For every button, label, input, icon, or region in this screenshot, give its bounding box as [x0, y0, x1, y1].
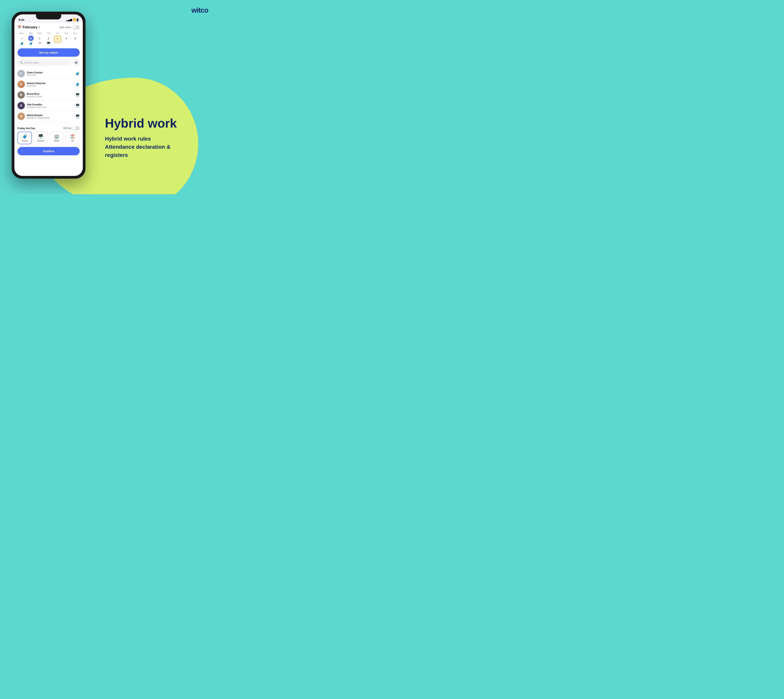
filter-icon: ⚙ — [75, 61, 78, 65]
half-day-label: Half day — [63, 127, 71, 129]
multi-select-toggle[interactable] — [73, 25, 80, 29]
cal-date-4[interactable]: 4 — [62, 36, 71, 45]
search-container: 🔍 Search users ⚙ — [18, 59, 80, 66]
filter-button[interactable]: ⚙ — [73, 59, 80, 66]
day-label-fri: Fri — [53, 32, 62, 34]
multi-select-control: Multi select — [60, 25, 80, 29]
phone-device: 9:41 ▂▄▆ 📶 ▓ 📅 February ▾ Mu — [12, 12, 85, 179]
phone-notch — [36, 14, 61, 20]
offsite-label: Offsite — [54, 140, 60, 142]
status-option-onsite[interactable]: 🧳 Onsite — [18, 132, 32, 144]
status-option-off[interactable]: 🏖️ Off — [65, 132, 80, 144]
cal-date-1[interactable]: 1 🎌 — [35, 36, 44, 45]
off-label: Off — [71, 140, 74, 142]
half-day-row: Half day — [63, 126, 80, 130]
user-location: Desk #29 — [27, 84, 75, 87]
status-time: 9:41 — [19, 18, 25, 22]
day-label-sun: Sun — [71, 32, 80, 34]
cal-status-31: 🧳 — [29, 41, 33, 45]
search-box[interactable]: 🔍 Search users — [18, 60, 71, 66]
offsite-icon: 🏢 — [54, 134, 59, 139]
phone-wrapper: 9:41 ▂▄▆ 📶 ▓ 📅 February ▾ Mu — [12, 12, 85, 179]
friday-row: Friday 3rd Feb. Half day — [18, 124, 80, 132]
day-label-thu: Thu — [44, 32, 53, 34]
battery-icon: ▓ — [77, 18, 78, 21]
calendar-icon: 📅 — [18, 25, 22, 29]
list-item[interactable]: O Olivia Bowen Remote in Johanesburg 🖥️ — [18, 111, 80, 122]
status-options: 🧳 Onsite 🖥️ Remote 🏢 Offsite 🏖️ Off — [18, 132, 80, 144]
month-selector[interactable]: 📅 February ▾ — [18, 25, 40, 29]
list-item[interactable]: C Chen Conner Desk #28 🧳 — [18, 68, 80, 79]
user-name: Chen Conner — [27, 71, 75, 74]
user-info-olivia: Olivia Bowen Remote in Johanesburg — [27, 114, 75, 119]
avatar-olivia: O — [18, 113, 25, 120]
cal-date-3[interactable]: ? — [53, 36, 62, 45]
half-day-toggle[interactable] — [73, 126, 80, 130]
user-status-icon: 🖥️ — [75, 114, 80, 118]
calendar-day-labels: Mon Tue Wed Thu Fri Sat Sun — [18, 32, 80, 34]
cal-date-30[interactable]: 30 🧳 — [18, 36, 27, 45]
day-label-sat: Sat — [62, 32, 71, 34]
cal-question-box: ? — [54, 36, 61, 43]
toggle-knob — [73, 26, 76, 29]
avatar-alta: A — [18, 102, 25, 109]
onsite-icon: 🧳 — [22, 134, 27, 139]
status-option-remote[interactable]: 🖥️ Remote — [33, 132, 48, 144]
user-location: Remote in Johanesburg — [27, 117, 75, 119]
search-input[interactable]: Search users — [24, 61, 39, 64]
cal-status-30: 🧳 — [20, 41, 24, 45]
user-location: Remote in New York — [27, 106, 75, 108]
month-label: February — [23, 25, 38, 29]
main-title: Hybrid work — [105, 116, 206, 130]
avatar-brent: B — [18, 91, 25, 99]
user-status-icon: 🧳 — [75, 71, 80, 76]
status-option-offsite[interactable]: 🏢 Offsite — [49, 132, 64, 144]
day-label-tue: Tue — [27, 32, 35, 34]
marketing-content: Hybrid work Hybrid work rules Attendance… — [105, 116, 206, 159]
half-day-toggle-knob — [73, 127, 76, 130]
search-icon: 🔍 — [20, 61, 23, 64]
user-status-icon: 🖥️ — [75, 103, 80, 108]
avatar-chen: C — [18, 70, 25, 77]
chevron-down-icon: ▾ — [39, 26, 40, 29]
list-item[interactable]: D Daniel Osborne Desk #29 🧳 — [18, 79, 80, 90]
phone-screen: 9:41 ▂▄▆ 📶 ▓ 📅 February ▾ Mu — [14, 14, 83, 176]
remote-label: Remote — [37, 140, 44, 142]
onsite-label: Onsite — [22, 140, 28, 142]
cal-status-1: 🎌 — [38, 41, 42, 45]
calendar-header-row: 📅 February ▾ Multi select — [18, 25, 80, 29]
remote-icon: 🖥️ — [38, 134, 43, 139]
user-name: Olivia Bowen — [27, 114, 75, 117]
day-label-wed: Wed — [35, 32, 44, 34]
user-name: Brent Rice — [27, 93, 75, 95]
list-item[interactable]: A Alta Franklin Remote in New York 🖥️ — [18, 100, 80, 111]
friday-label: Friday 3rd Feb. — [18, 127, 36, 130]
avatar-daniel: D — [18, 81, 25, 88]
user-name: Daniel Osborne — [27, 82, 75, 84]
confirm-button[interactable]: Confirm — [18, 147, 80, 155]
subtitle: Hybrid work rules Attendance declaration… — [105, 135, 206, 159]
signal-icon: ▂▄▆ — [66, 18, 72, 21]
user-name: Alta Franklin — [27, 103, 75, 106]
screen-content: 📅 February ▾ Multi select Mon Tue — [14, 23, 83, 176]
off-icon: 🏖️ — [70, 134, 75, 139]
cal-date-5[interactable]: 5 — [71, 36, 80, 45]
calendar-dates-row: 30 🧳 31 🧳 1 🎌 2 — [18, 36, 80, 45]
status-icons: ▂▄▆ 📶 ▓ — [66, 18, 78, 21]
user-list: C Chen Conner Desk #28 🧳 D Daniel Osborn… — [18, 68, 80, 122]
cal-date-31[interactable]: 31 🧳 — [27, 36, 35, 45]
cal-status-2: 🖥️ — [47, 41, 50, 45]
multi-select-label: Multi select — [60, 26, 71, 29]
day-label-mon: Mon — [18, 32, 27, 34]
list-item[interactable]: B Brent Rice Remote in Paris 🖥️ — [18, 90, 80, 100]
user-info-daniel: Daniel Osborne Desk #29 — [27, 82, 75, 87]
set-status-button[interactable]: Set my status — [18, 48, 80, 57]
witco-logo: witco — [191, 6, 208, 14]
user-status-icon: 🧳 — [75, 82, 80, 86]
user-info-chen: Chen Conner Desk #28 — [27, 71, 75, 76]
cal-date-2[interactable]: 2 🖥️ — [44, 36, 53, 45]
user-location: Remote in Paris — [27, 95, 75, 98]
user-status-icon: 🖥️ — [75, 93, 80, 97]
wifi-icon: 📶 — [73, 18, 76, 21]
user-location: Desk #28 — [27, 74, 75, 76]
